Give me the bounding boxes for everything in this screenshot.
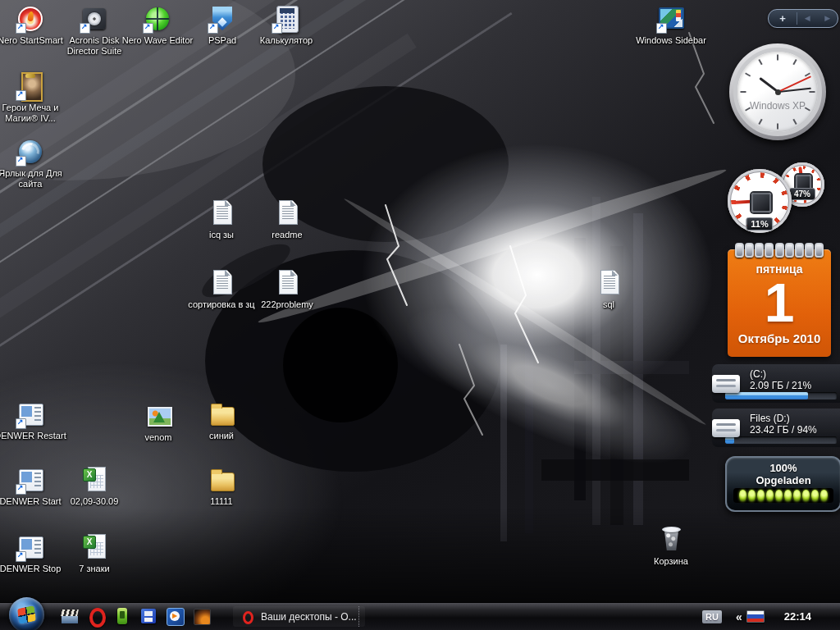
icq-notes-icon <box>208 199 235 227</box>
shortcut-arrow-icon <box>16 551 26 562</box>
desktop-icon-pspad[interactable]: PSPad <box>185 5 259 46</box>
drive-meter-gadget[interactable]: (C:)2.09 ГБ / 21%Files (D:)23.42 ГБ / 94… <box>712 364 840 453</box>
desktop-icon-sql[interactable]: sql <box>572 269 646 310</box>
cpu-meter-gadget[interactable]: 47% 11% <box>726 161 837 240</box>
denwer-restart-icon <box>16 400 44 428</box>
next-gadgets-button[interactable]: ▶ <box>818 11 838 26</box>
desktop-icon-7-znaki[interactable]: 7 знаки <box>57 533 131 574</box>
drive-c-row[interactable]: (C:)2.09 ГБ / 21% <box>712 364 840 403</box>
shortcut-arrow-icon <box>16 156 26 167</box>
start-button[interactable] <box>9 597 44 630</box>
desktop-icon-label: Nero Wave Editor <box>121 35 194 46</box>
nero-wave-editor-icon <box>144 5 171 33</box>
clock-tick <box>758 119 762 125</box>
site-shortcut-icon <box>16 138 44 166</box>
spiral-loop <box>745 243 754 258</box>
spiral-loop <box>735 243 744 258</box>
drive-d-row[interactable]: Files (D:)23.42 ГБ / 94% <box>712 409 840 447</box>
drive-info: (C:)2.09 ГБ / 21% <box>750 364 840 391</box>
language-indicator[interactable]: RU <box>702 610 722 623</box>
sorting-icon <box>208 269 235 297</box>
desktop-icon-siniy-folder[interactable]: синий <box>185 400 258 441</box>
video-editor-icon[interactable] <box>61 607 79 625</box>
battery-cell-led <box>757 490 765 501</box>
windows-sidebar-icon <box>657 5 685 33</box>
desktop-icon-label: Калькулятор <box>249 35 323 46</box>
222problemy-icon <box>273 269 301 297</box>
readme-icon <box>273 199 301 227</box>
shortcut-arrow-icon <box>16 418 26 429</box>
calculator-icon <box>272 5 300 33</box>
sidebar-gadget-controls: + ◀ ▶ <box>768 9 838 28</box>
desktop-icon-heroes-iv[interactable]: Герои Меча и Магии® IV... <box>0 72 67 124</box>
calendar-spiral-binding <box>728 243 831 255</box>
desktop-icon-label: PSPad <box>185 35 259 46</box>
battery-cell-led <box>811 490 819 501</box>
desktop-icon-222problemy[interactable]: 222problemy <box>250 269 324 310</box>
prev-gadgets-button[interactable]: ◀ <box>797 11 818 26</box>
battery-cell-led <box>802 490 810 501</box>
drive-detail: 2.09 ГБ / 21% <box>750 380 840 391</box>
image-viewer-icon[interactable] <box>192 607 210 625</box>
spiral-loop <box>755 243 764 258</box>
desktop-icon-label: readme <box>250 230 324 240</box>
drive-info: Files (D:)23.42 ГБ / 94% <box>750 409 840 436</box>
desktop-icon-calculator[interactable]: Калькулятор <box>249 5 323 46</box>
battery-cell-led <box>766 490 774 501</box>
taskbar-window-button-label: Ваши десктопы - O... <box>261 611 357 623</box>
battery-cell-led <box>820 490 828 501</box>
qip-icon[interactable] <box>113 607 131 625</box>
cpu-chip-icon <box>751 193 771 212</box>
shortcut-arrow-icon <box>16 484 26 495</box>
desktop-icon-denwer-restart[interactable]: DENWER Restart <box>0 400 67 441</box>
shortcut-arrow-icon <box>80 23 90 34</box>
clock-tick <box>810 91 815 93</box>
collapse-tray-icon[interactable]: « <box>736 610 741 623</box>
desktop-icon-label: icq зы <box>185 230 258 240</box>
taskbar-separator <box>358 606 359 627</box>
clock-brand-text: Windows XP <box>737 100 818 112</box>
russian-flag-icon[interactable] <box>746 610 765 623</box>
system-tray: RU « 22:14 <box>702 603 811 630</box>
desktop-icon-nero-wave-editor[interactable]: Nero Wave Editor <box>121 5 194 46</box>
desktop-icon-icq-notes[interactable]: icq зы <box>185 199 258 240</box>
battery-gadget[interactable]: 100% Opgeladen <box>725 456 840 512</box>
opera-icon[interactable] <box>87 607 105 625</box>
shortcut-arrow-icon <box>16 23 26 34</box>
excel-0209-3009-icon <box>80 466 108 494</box>
desktop-icon-readme[interactable]: readme <box>250 199 324 240</box>
desktop-icon-11111-folder[interactable]: 11111 <box>185 466 258 507</box>
calendar-gadget[interactable]: пятница 1 Октябрь 2010 <box>728 243 831 357</box>
desktop-icon-windows-sidebar[interactable]: Windows Sidebar <box>634 5 708 46</box>
desktop: Nero StartSmartAcronis Disk Director Sui… <box>0 0 840 630</box>
spiral-loop <box>775 243 784 258</box>
taskbar-window-button[interactable]: Ваши десктопы - O... <box>233 606 365 627</box>
save-tool-icon[interactable] <box>139 607 158 625</box>
cpu-gauge: 11% <box>728 169 792 233</box>
desktop-icon-excel-0209-3009[interactable]: 02,09-30.09 <box>57 466 131 507</box>
battery-cell-led <box>784 490 792 501</box>
desktop-icon-sorting[interactable]: сортировка в зц <box>185 269 258 310</box>
desktop-icon-label: Ярлык для Для сайта <box>0 168 67 189</box>
heroes-iv-icon <box>16 72 44 100</box>
denwer-stop-icon <box>16 533 44 561</box>
7-znaki-icon <box>80 533 108 561</box>
battery-cell-led <box>739 490 746 501</box>
drive-name: Files (D:) <box>750 413 840 424</box>
desktop-icon-recycle-bin[interactable]: Корзина <box>634 526 708 567</box>
calendar-month-year: Октябрь 2010 <box>728 331 831 345</box>
hard-drive-icon <box>710 416 743 441</box>
media-player-icon[interactable] <box>166 607 184 625</box>
desktop-icon-site-shortcut[interactable]: Ярлык для Для сайта <box>0 138 67 189</box>
denwer-start-icon <box>16 466 44 494</box>
recycle-bin-icon <box>657 526 685 554</box>
opera-icon <box>241 609 254 624</box>
desktop-icon-label: 02,09-30.09 <box>57 496 131 507</box>
clock-gadget[interactable]: Windows XP <box>729 43 826 140</box>
nero-startsmart-icon <box>16 5 44 33</box>
add-gadget-button[interactable]: + <box>769 11 797 26</box>
sql-icon <box>595 269 623 297</box>
desktop-icon-label: сортировка в зц <box>185 299 258 310</box>
drive-detail: 23.42 ГБ / 94% <box>750 424 840 436</box>
clock-tick <box>777 55 778 61</box>
